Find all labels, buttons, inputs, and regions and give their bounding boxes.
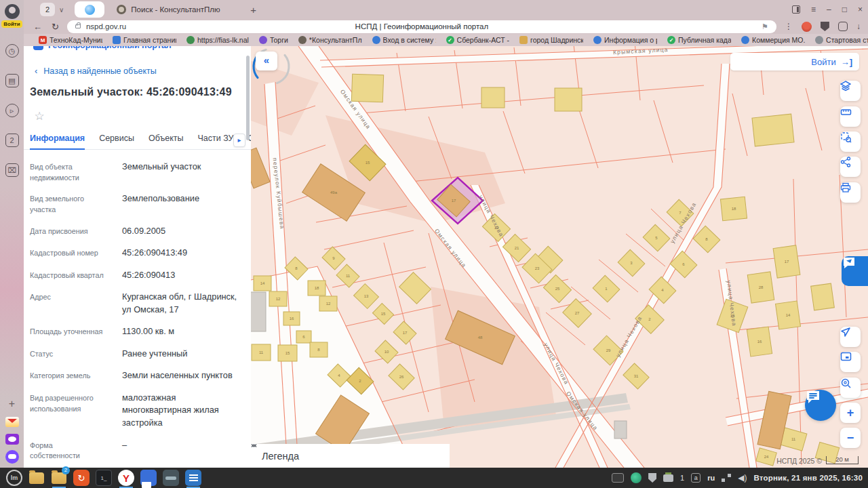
tray-printer-icon[interactable] [663, 474, 673, 482]
svg-text:17: 17 [452, 199, 456, 203]
attribute-row: Вид разрешенного использованиямалоэтажна… [30, 392, 241, 430]
tray-sync-icon[interactable] [631, 472, 642, 483]
bookmark-item[interactable]: Коммерция МО.x [741, 36, 805, 44]
url-field[interactable]: nspd.gov.ru НСПД | Геоинформационный пор… [67, 20, 776, 33]
bookmark-item[interactable]: ✓Публичная кадас [667, 36, 731, 44]
update-manager-button[interactable]: ↻ [73, 470, 90, 486]
select-area-button[interactable] [840, 131, 861, 152]
browser-menu-icon[interactable]: ≡ [811, 5, 816, 14]
yandex-browser-task-button[interactable]: Y [118, 470, 134, 486]
extensions-menu-icon[interactable]: ⋮ [785, 22, 793, 31]
volume-icon[interactable]: ◀) [738, 473, 747, 483]
document-app-button[interactable] [185, 470, 201, 486]
app-window-button[interactable] [163, 470, 179, 486]
panel-tab-Объекты[interactable]: Объекты [149, 134, 184, 150]
tab-list-chevron-icon[interactable]: ∨ [59, 6, 64, 14]
panel-tab-Части ЗУ[interactable]: Части ЗУ [197, 134, 233, 150]
parcel-title: Земельный участок: 45:26:090413:49 [30, 86, 251, 98]
bookmark-item[interactable]: Вход в систему :: [372, 36, 436, 44]
yandex-mail-icon[interactable] [5, 417, 19, 427]
portal-header-text: Геоинформационный портал [48, 46, 172, 50]
feedback-tab-button[interactable] [842, 256, 868, 286]
legend-bar[interactable]: Легенда [251, 444, 450, 468]
layers-button[interactable] [840, 81, 861, 101]
sidebar-add-icon[interactable]: + [9, 398, 15, 410]
geolocate-button[interactable] [840, 327, 861, 347]
attribute-row: АдресКурганская обл, г Шадринск, ул Омск… [30, 291, 241, 316]
back-icon[interactable]: ← [33, 22, 42, 32]
cadastral-map[interactable]: 1849а15481921232575312729318642172818161… [251, 46, 868, 468]
zoom-in-button[interactable]: + [840, 403, 861, 423]
map-login-button[interactable]: Войти →] [730, 53, 859, 70]
screenshot-icon[interactable]: ⌧ [5, 163, 19, 177]
tab-active-nspd[interactable] [75, 1, 104, 18]
panel-scrollbar[interactable] [246, 52, 250, 458]
bookmark-item[interactable]: *КонсультантПл [298, 36, 362, 44]
collections-icon[interactable]: ▤ [5, 74, 19, 87]
refresh-icon[interactable]: ↻ [52, 22, 59, 32]
tray-app-icon[interactable] [612, 473, 624, 483]
yandex-cloud-icon[interactable] [5, 450, 19, 464]
close-icon[interactable]: × [858, 5, 863, 14]
back-to-results-link[interactable]: ‹ Назад в найденные объекты [35, 66, 251, 76]
print-button[interactable] [840, 182, 861, 203]
tab-count-button[interactable]: 2 [40, 3, 55, 16]
map-canvas[interactable]: 1849а15481921232575312729318642172818161… [251, 46, 868, 468]
coordinate-search-button[interactable] [840, 378, 861, 398]
bookmark-item[interactable]: Главная страниц [113, 36, 176, 44]
minimap-icon [840, 352, 852, 362]
bookmark-item[interactable]: MТехноКад-Муниц [39, 36, 102, 44]
history-icon[interactable]: ◷ [5, 44, 19, 58]
attribute-value: Землепользование [122, 192, 199, 215]
tray-shield-icon[interactable] [648, 473, 656, 483]
attribute-value: Земельный участок [122, 161, 201, 183]
chat-widget-button[interactable] [805, 390, 836, 421]
terminal-button[interactable]: 1_ [96, 470, 112, 486]
tray-a-icon[interactable]: a [691, 473, 701, 483]
mail-app-button[interactable] [140, 470, 157, 486]
bookmark-favicon: ✓ [446, 36, 454, 44]
favorite-star-icon[interactable]: ☆ [32, 109, 47, 124]
bookmark-item[interactable]: город Шадринск [519, 36, 583, 44]
zoom-out-button[interactable]: − [840, 428, 861, 448]
new-tab-button[interactable]: + [250, 4, 256, 16]
account-avatar[interactable] [802, 22, 812, 32]
maximize-icon[interactable]: □ [842, 5, 847, 14]
bookmark-item[interactable]: https://fias-lk.nal [186, 36, 249, 44]
attribute-row: Площадь уточненная1130.00 кв. м [30, 325, 241, 338]
profile-avatar[interactable] [5, 4, 20, 19]
mint-menu-button[interactable]: lm [6, 470, 22, 486]
svg-text:10: 10 [384, 350, 389, 354]
bookmark-item[interactable]: ✓Сбербанк-АСТ - [446, 36, 510, 44]
tab-consultant[interactable]: Поиск - КонсультантПлю [117, 5, 235, 14]
bookmark-item[interactable]: Информация о р [593, 36, 657, 44]
bookmark-favicon: M [39, 36, 47, 44]
share-button[interactable] [840, 157, 861, 177]
svg-text:12: 12 [326, 302, 331, 306]
attribute-row: Категория земельЗемли населенных пунктов [30, 369, 241, 382]
network-icon[interactable] [722, 474, 731, 482]
side-panel-toggle-icon[interactable] [792, 5, 800, 14]
svg-text:24: 24 [764, 455, 769, 459]
nspd-page: Геоинформационный портал ‹ Назад в найде… [24, 46, 868, 468]
bookmark-item[interactable]: Стартовая стран [815, 36, 868, 44]
sidebar-login-badge[interactable]: Войти [1, 20, 22, 28]
video-icon[interactable]: ▹ [5, 104, 19, 117]
panel-tab-Информация[interactable]: Информация [30, 134, 85, 150]
minimize-icon[interactable]: – [827, 5, 831, 14]
tab-counter-icon[interactable]: 2 [5, 134, 19, 147]
files-button[interactable] [28, 470, 45, 486]
browser-logo-icon[interactable] [838, 22, 848, 31]
yandex-disk-icon[interactable] [5, 434, 19, 445]
panel-collapse-button[interactable]: « [256, 52, 277, 70]
protect-shield-icon[interactable] [821, 22, 829, 31]
bookmark-flag-icon[interactable]: ⚑ [762, 22, 768, 31]
tabs-scroll-right-icon[interactable]: ▸ [233, 134, 245, 147]
measure-button[interactable] [840, 106, 861, 127]
bookmark-item[interactable]: Торги [259, 36, 288, 44]
overview-map-button[interactable] [840, 352, 861, 372]
files-window-button[interactable]: 2 [51, 470, 67, 486]
keyboard-layout-indicator[interactable]: ru [707, 474, 715, 482]
downloads-icon[interactable]: ↓ [856, 22, 861, 31]
panel-tab-Сервисы[interactable]: Сервисы [99, 134, 134, 150]
